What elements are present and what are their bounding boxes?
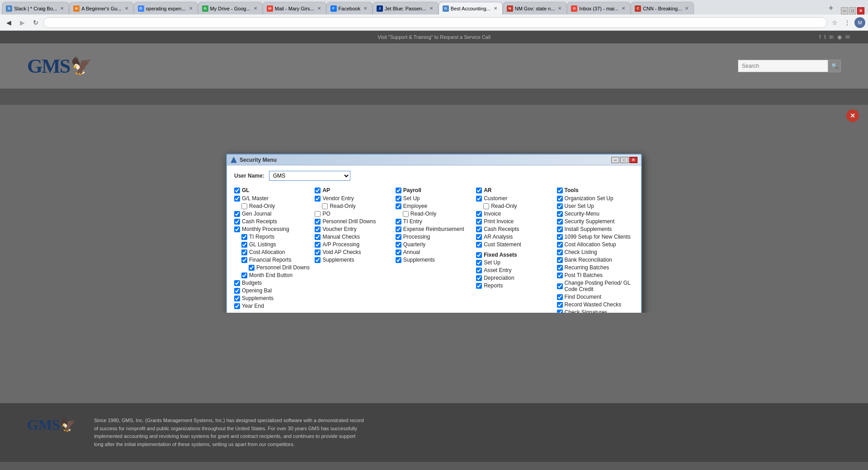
- perm-checkbox[interactable]: [241, 249, 247, 255]
- perm-checkbox[interactable]: [315, 249, 321, 255]
- perm-checkbox[interactable]: [476, 242, 482, 248]
- modal-outer-close-button[interactable]: ✕: [846, 109, 859, 122]
- perm-checkbox[interactable]: [322, 203, 328, 209]
- tab-close-icon[interactable]: ✕: [252, 5, 259, 12]
- browser-tab[interactable]: G Best Accounting... ✕: [439, 2, 503, 14]
- perm-checkbox[interactable]: [241, 203, 247, 209]
- perm-checkbox[interactable]: [241, 234, 247, 240]
- perm-checkbox[interactable]: [557, 249, 563, 255]
- perm-checkbox[interactable]: [557, 211, 563, 217]
- tab-close-icon[interactable]: ✕: [123, 5, 130, 12]
- perm-checkbox[interactable]: [557, 273, 563, 278]
- perm-checkbox[interactable]: [476, 219, 482, 225]
- perm-header-checkbox-ar[interactable]: [476, 188, 482, 193]
- perm-checkbox[interactable]: [241, 242, 247, 248]
- modal-minimize-button[interactable]: ─: [611, 157, 619, 163]
- perm-checkbox[interactable]: [234, 296, 240, 301]
- perm-checkbox[interactable]: [557, 219, 563, 225]
- browser-tab[interactable]: G Inbox (37) - mar... ✕: [567, 2, 631, 14]
- perm-header-checkbox-payroll[interactable]: [396, 188, 401, 193]
- perm-checkbox[interactable]: [241, 273, 247, 278]
- perm-checkbox[interactable]: [234, 280, 240, 286]
- perm-checkbox[interactable]: [396, 257, 401, 263]
- perm-checkbox[interactable]: [476, 226, 482, 232]
- perm-checkbox[interactable]: [234, 196, 240, 202]
- facebook-icon[interactable]: f: [819, 34, 821, 40]
- perm-checkbox[interactable]: [557, 226, 563, 232]
- extensions-icon[interactable]: ⋮: [842, 17, 853, 28]
- perm-checkbox[interactable]: [396, 234, 401, 240]
- perm-checkbox[interactable]: [557, 196, 563, 202]
- perm-checkbox[interactable]: [557, 283, 563, 289]
- browser-tab[interactable]: J Jet Blue: Passen... ✕: [373, 2, 439, 14]
- perm-checkbox[interactable]: [476, 234, 482, 240]
- perm-checkbox[interactable]: [315, 234, 321, 240]
- perm-checkbox[interactable]: [315, 242, 321, 248]
- forward-button[interactable]: ▶: [16, 17, 28, 28]
- perm-checkbox[interactable]: [234, 288, 240, 294]
- email-icon[interactable]: ✉: [845, 34, 850, 40]
- perm-checkbox[interactable]: [315, 219, 321, 225]
- perm-checkbox[interactable]: [315, 226, 321, 232]
- perm-checkbox[interactable]: [396, 219, 401, 225]
- perm-header-checkbox-tools[interactable]: [557, 188, 563, 193]
- rss-icon[interactable]: ◉: [837, 34, 842, 40]
- perm-checkbox[interactable]: [234, 219, 240, 225]
- perm-checkbox[interactable]: [476, 260, 482, 266]
- browser-tab[interactable]: C CNN - Breaking... ✕: [631, 2, 694, 14]
- perm-checkbox[interactable]: [396, 226, 401, 232]
- browser-tab[interactable]: A A Beginner's Gu... ✕: [69, 2, 133, 14]
- perm-checkbox[interactable]: [557, 203, 563, 209]
- linkedin-icon[interactable]: in: [830, 34, 834, 40]
- header-search-button[interactable]: 🔍: [828, 60, 841, 72]
- perm-checkbox[interactable]: [476, 252, 482, 258]
- perm-checkbox[interactable]: [241, 257, 247, 263]
- browser-tab[interactable]: S Slack | * Craig Bo... ✕: [2, 2, 69, 14]
- perm-checkbox[interactable]: [396, 249, 401, 255]
- modal-restore-button[interactable]: □: [620, 157, 628, 163]
- twitter-icon[interactable]: t: [824, 34, 826, 40]
- tab-close-icon[interactable]: ✕: [428, 5, 434, 12]
- browser-tab[interactable]: F Facebook ✕: [326, 2, 373, 14]
- browser-tab[interactable]: M Mail - Mary Girs... ✕: [263, 2, 326, 14]
- perm-checkbox[interactable]: [315, 257, 321, 263]
- tab-close-icon[interactable]: ✕: [620, 5, 627, 12]
- reload-button[interactable]: ↻: [30, 17, 42, 28]
- bookmark-icon[interactable]: ☆: [829, 17, 840, 28]
- perm-checkbox[interactable]: [315, 196, 321, 202]
- address-input[interactable]: gmsactg.com/security-accounts-payable.ht…: [43, 17, 827, 28]
- perm-checkbox[interactable]: [557, 234, 563, 240]
- browser-tab[interactable]: N NM Gov: state n... ✕: [503, 2, 567, 14]
- window-minimize[interactable]: ─: [841, 7, 848, 14]
- perm-checkbox[interactable]: [557, 257, 563, 263]
- perm-checkbox[interactable]: [476, 275, 482, 281]
- perm-checkbox[interactable]: [557, 265, 563, 271]
- tab-close-icon[interactable]: ✕: [684, 5, 690, 12]
- header-search-input[interactable]: [738, 60, 828, 72]
- tab-close-icon[interactable]: ✕: [59, 5, 65, 12]
- back-button[interactable]: ◀: [3, 17, 14, 28]
- user-avatar[interactable]: M: [854, 17, 865, 28]
- browser-tab[interactable]: G My Drive - Goog... ✕: [198, 2, 263, 14]
- perm-header-checkbox-ap[interactable]: [315, 188, 321, 193]
- new-tab-button[interactable]: +: [825, 2, 837, 14]
- perm-checkbox[interactable]: [403, 211, 409, 217]
- perm-checkbox[interactable]: [396, 203, 401, 209]
- perm-checkbox[interactable]: [234, 211, 240, 217]
- perm-checkbox[interactable]: [476, 283, 482, 289]
- tab-close-icon[interactable]: ✕: [316, 5, 322, 12]
- perm-header-checkbox-gl[interactable]: [234, 188, 240, 193]
- perm-checkbox[interactable]: [483, 203, 489, 209]
- tab-close-icon[interactable]: ✕: [362, 5, 368, 12]
- perm-checkbox[interactable]: [557, 294, 563, 300]
- perm-checkbox[interactable]: [396, 196, 401, 202]
- perm-checkbox[interactable]: [476, 211, 482, 217]
- perm-checkbox[interactable]: [249, 265, 255, 271]
- browser-tab[interactable]: D operating expen... ✕: [134, 2, 198, 14]
- window-restore[interactable]: □: [849, 7, 856, 14]
- perm-checkbox[interactable]: [234, 303, 240, 309]
- perm-checkbox[interactable]: [315, 211, 321, 217]
- modal-close-button[interactable]: ✕: [629, 157, 637, 163]
- perm-checkbox[interactable]: [557, 242, 563, 248]
- tab-close-icon[interactable]: ✕: [557, 5, 563, 12]
